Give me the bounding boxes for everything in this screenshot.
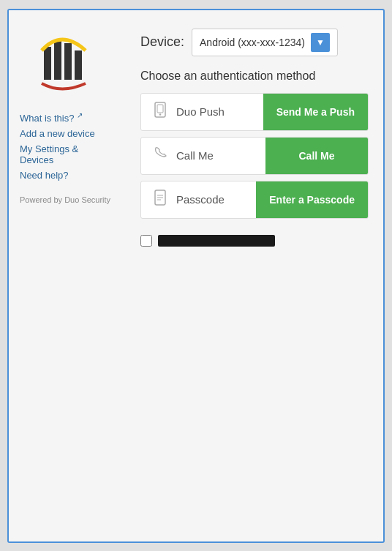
svg-point-6 xyxy=(159,113,161,115)
passcode-icon-label: Passcode xyxy=(141,190,256,209)
duo-push-icon xyxy=(151,102,169,121)
passcode-row: Passcode Enter a Passcode xyxy=(140,181,369,219)
duo-push-icon-label: Duo Push xyxy=(141,102,263,121)
add-device-label: Add a new device xyxy=(20,128,95,139)
add-device-link[interactable]: Add a new device xyxy=(20,128,115,139)
choose-method-title: Choose an authentication method xyxy=(140,70,369,83)
powered-by-text: Powered by Duo Security xyxy=(20,195,110,204)
device-dropdown[interactable]: Android (xxx-xxx-1234) xyxy=(192,29,338,56)
dropdown-arrow-icon xyxy=(311,33,330,52)
passcode-label: Passcode xyxy=(176,193,225,206)
duo-push-row: Duo Push Send Me a Push xyxy=(140,93,369,131)
send-push-button[interactable]: Send Me a Push xyxy=(263,94,368,130)
svg-rect-2 xyxy=(64,43,72,80)
logo-area xyxy=(20,25,115,91)
what-is-this-link[interactable]: What is this? ↗ xyxy=(20,111,115,124)
external-link-icon: ↗ xyxy=(77,111,83,119)
remember-row xyxy=(140,235,369,247)
svg-rect-3 xyxy=(75,50,82,80)
need-help-label: Need help? xyxy=(20,170,69,181)
device-value: Android (xxx-xxx-1234) xyxy=(200,37,305,48)
svg-rect-1 xyxy=(54,40,61,80)
enter-passcode-button[interactable]: Enter a Passcode xyxy=(256,181,368,218)
remember-me-redacted xyxy=(158,235,275,247)
settings-devices-link[interactable]: My Settings & Devices xyxy=(20,143,115,165)
device-label: Device: xyxy=(140,34,184,50)
what-is-this-label: What is this? xyxy=(20,113,74,124)
device-row: Device: Android (xxx-xxx-1234) xyxy=(140,29,369,56)
sidebar: What is this? ↗ Add a new device My Sett… xyxy=(9,10,126,541)
logo-icon xyxy=(38,25,97,91)
main-content: Device: Android (xxx-xxx-1234) Choose an… xyxy=(126,10,383,541)
call-me-icon xyxy=(151,146,169,165)
remember-me-checkbox[interactable] xyxy=(140,235,152,247)
auth-methods-list: Duo Push Send Me a Push Call Me Call Me xyxy=(140,93,369,219)
call-me-row: Call Me Call Me xyxy=(140,137,369,175)
settings-devices-label: My Settings & Devices xyxy=(20,143,78,165)
duo-push-label: Duo Push xyxy=(176,105,225,118)
call-me-icon-label: Call Me xyxy=(141,146,265,165)
need-help-link[interactable]: Need help? xyxy=(20,170,115,181)
passcode-icon xyxy=(151,190,169,209)
call-me-button[interactable]: Call Me xyxy=(265,138,368,174)
main-frame: What is this? ↗ Add a new device My Sett… xyxy=(7,9,385,543)
svg-rect-0 xyxy=(44,47,51,80)
powered-by: Powered by Duo Security xyxy=(20,195,110,204)
call-me-label: Call Me xyxy=(176,149,214,162)
sidebar-links: What is this? ↗ Add a new device My Sett… xyxy=(20,111,115,181)
